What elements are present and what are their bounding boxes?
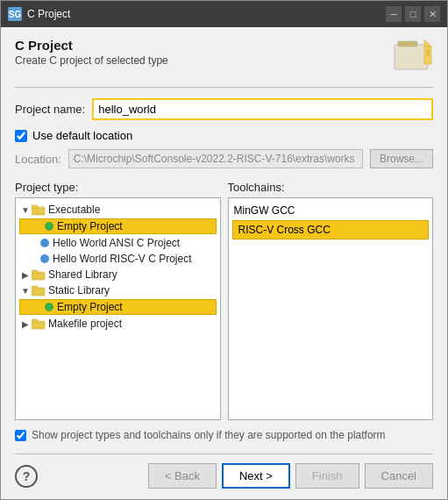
minimize-button[interactable]: ─ [386,6,402,22]
tree-label-hello-riscv: Hello World RISC-V C Project [53,253,191,265]
tree-label-static-library: Static Library [48,284,110,296]
maximize-button[interactable]: □ [405,6,421,22]
folder-icon-executable [32,204,46,216]
tree-label-executable: Executable [48,204,100,216]
tree-label-shared-library: Shared Library [48,268,117,281]
toolchain-mingw[interactable]: MinGW GCC [229,202,433,219]
nav-buttons: < Back Next > Finish Cancel [148,463,433,489]
project-type-panel: Project type: ▼ Executable Empt [15,181,221,420]
show-types-row: Show project types and toolchains only i… [15,429,433,441]
use-default-label: Use default location [32,129,132,142]
tree-label-hello-ansi: Hello World ANSI C Project [53,237,180,249]
project-name-input[interactable] [92,98,433,120]
location-input [68,149,363,168]
dot-empty-static [45,303,53,311]
svg-rect-10 [32,270,38,274]
svg-rect-8 [32,205,38,209]
show-types-label: Show project types and toolchains only i… [32,429,386,441]
toolchains-panel: Toolchains: MinGW GCC RISC-V Cross GCC [228,181,434,420]
dot-empty-exec [45,222,53,231]
show-types-checkbox[interactable] [15,430,26,441]
window-controls: ─ □ ✕ [386,6,440,22]
back-button[interactable]: < Back [148,463,217,489]
help-button[interactable]: ? [15,465,38,488]
expand-arrow-makefile: ▶ [19,319,32,329]
svg-marker-2 [424,39,431,46]
toolchain-riscv[interactable]: RISC-V Cross GCC [232,220,430,239]
tree-item-empty-exec[interactable]: Empty Project [19,218,217,234]
tree-item-makefile[interactable]: ▶ Makefile project [16,316,220,332]
tree-item-hello-riscv[interactable]: Hello World RISC-V C Project [16,251,220,267]
tree-label-empty-exec: Empty Project [57,220,123,232]
location-label: Location: [15,153,61,166]
folder-icon-shared [32,268,46,281]
project-name-row: Project name: [15,98,433,120]
project-type-box[interactable]: ▼ Executable Empty Project [15,197,221,420]
project-type-label: Project type: [15,181,221,194]
window-title: C Project [27,8,70,20]
finish-button: Finish [295,463,359,489]
expand-arrow-shared: ▶ [19,270,32,280]
browse-button[interactable]: Browse... [370,149,433,168]
close-button[interactable]: ✕ [424,6,440,22]
dialog-title: C Project [15,38,168,53]
bottom-divider [15,454,433,454]
tree-label-makefile: Makefile project [48,318,122,330]
header-icon [391,38,433,75]
expand-arrow-static: ▼ [19,286,32,296]
app-icon: SG [8,7,22,21]
tree-item-hello-ansi[interactable]: Hello World ANSI C Project [16,235,220,251]
dot-hello-ansi [40,239,49,247]
tree-label-empty-static: Empty Project [57,301,123,313]
tree-item-executable[interactable]: ▼ Executable [16,202,220,218]
folder-icon-static [32,284,46,296]
project-name-label: Project name: [15,103,85,116]
use-default-location-row: Use default location [15,129,433,142]
svg-rect-12 [32,286,38,289]
toolchains-label: Toolchains: [228,181,434,194]
tree-item-static-library[interactable]: ▼ Static Library [16,282,220,298]
tree-item-empty-static[interactable]: Empty Project [19,299,217,315]
header-divider [15,87,433,88]
folder-icon-makefile [32,318,46,330]
header-section: C Project Create C project of selected t… [15,38,433,75]
svg-rect-0 [395,45,428,69]
toolchains-box[interactable]: MinGW GCC RISC-V Cross GCC [228,197,434,420]
tree-item-shared-library[interactable]: ▶ Shared Library [16,267,220,282]
main-window: SG C Project ─ □ ✕ C Project Create C pr… [0,0,448,500]
svg-rect-1 [398,41,417,46]
panels-row: Project type: ▼ Executable Empt [15,181,433,420]
title-bar: SG C Project ─ □ ✕ [1,1,447,27]
location-row: Location: Browse... [15,149,433,168]
use-default-checkbox[interactable] [15,130,27,142]
cancel-button[interactable]: Cancel [365,463,433,489]
expand-arrow-executable: ▼ [19,205,32,215]
dot-hello-riscv [40,254,49,263]
next-button[interactable]: Next > [222,463,290,489]
svg-rect-14 [32,319,38,323]
button-row: ? < Back Next > Finish Cancel [15,463,433,489]
dialog-content: C Project Create C project of selected t… [1,27,447,499]
dialog-subtitle: Create C project of selected type [15,54,168,67]
